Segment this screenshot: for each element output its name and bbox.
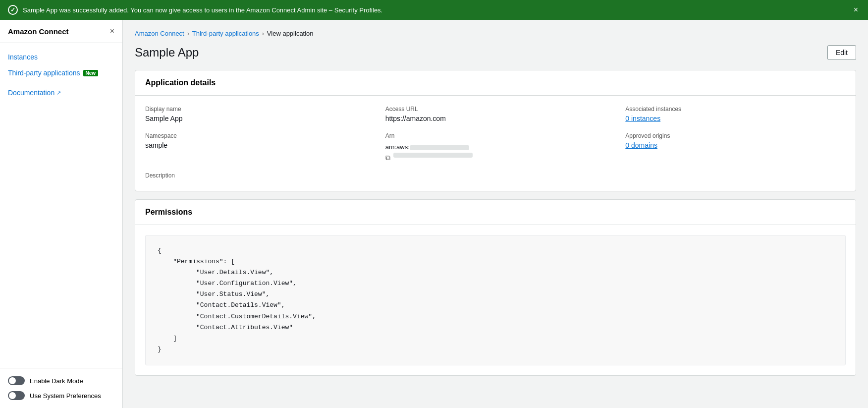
application-details-header: Application details	[135, 70, 856, 96]
new-badge: New	[83, 70, 99, 76]
dark-mode-toggle[interactable]	[8, 376, 25, 385]
display-name-label: Display name	[145, 106, 366, 113]
dark-mode-label: Enable Dark Mode	[30, 377, 83, 385]
namespace-label: Namespace	[145, 132, 366, 139]
sidebar-item-instances[interactable]: Instances	[0, 49, 122, 65]
system-preferences-toggle-row: Use System Preferences	[8, 391, 114, 400]
namespace-field: Namespace sample	[145, 132, 366, 162]
breadcrumb-view-application: View application	[267, 30, 314, 37]
description-field: Description	[145, 172, 366, 181]
breadcrumb-amazon-connect[interactable]: Amazon Connect	[135, 30, 184, 37]
breadcrumb-sep-2: ›	[262, 30, 264, 37]
banner-close-button[interactable]: ×	[852, 5, 860, 14]
success-banner: ✓ Sample App was successfully added. You…	[0, 0, 868, 20]
details-grid: Display name Sample App Access URL https…	[145, 106, 846, 181]
permissions-card: Permissions { "Permissions": [ "User.Det…	[135, 199, 856, 376]
arn-label: Arn	[385, 132, 606, 139]
system-preferences-label: Use System Preferences	[30, 392, 101, 400]
associated-instances-value[interactable]: 0 instances	[625, 115, 846, 122]
documentation-label: Documentation	[8, 89, 54, 97]
sidebar-item-third-party-applications[interactable]: Third-party applications New	[0, 65, 122, 81]
display-name-field: Display name Sample App	[145, 106, 366, 122]
sidebar-title: Amazon Connect	[8, 27, 69, 36]
system-preferences-toggle[interactable]	[8, 391, 25, 400]
description-label: Description	[145, 172, 366, 179]
arn-copy-row: ⧉	[385, 153, 606, 162]
approved-origins-field: Approved origins 0 domains	[625, 132, 846, 162]
permissions-code: { "Permissions": [ "User.Details.View", …	[145, 235, 846, 365]
application-details-body: Display name Sample App Access URL https…	[135, 96, 856, 191]
namespace-value: sample	[145, 141, 366, 149]
application-details-card: Application details Display name Sample …	[135, 70, 856, 191]
access-url-field: Access URL https://amazon.com	[385, 106, 606, 122]
arn-prefix: arn:aws:	[385, 143, 606, 151]
banner-message: Sample App was successfully added. You c…	[23, 6, 847, 14]
access-url-label: Access URL	[385, 106, 606, 113]
arn-section: arn:aws: ⧉	[385, 143, 606, 162]
edit-button[interactable]: Edit	[827, 45, 856, 60]
sidebar-close-button[interactable]: ×	[110, 27, 114, 36]
success-icon: ✓	[8, 5, 18, 15]
permissions-body: { "Permissions": [ "User.Details.View", …	[135, 225, 856, 375]
sidebar-nav: Instances Third-party applications New D…	[0, 43, 122, 368]
sidebar-item-instances-label: Instances	[8, 53, 38, 61]
display-name-value: Sample App	[145, 115, 366, 122]
dark-mode-toggle-row: Enable Dark Mode	[8, 376, 114, 385]
permissions-header: Permissions	[135, 200, 856, 225]
approved-origins-value[interactable]: 0 domains	[625, 141, 846, 149]
documentation-link[interactable]: Documentation ↗	[8, 89, 114, 97]
arn-field: Arn arn:aws: ⧉	[385, 132, 606, 162]
breadcrumb-third-party-applications[interactable]: Third-party applications	[192, 30, 259, 37]
copy-icon[interactable]: ⧉	[385, 154, 390, 162]
sidebar-header: Amazon Connect ×	[0, 20, 122, 43]
sidebar-item-third-party-applications-label: Third-party applications	[8, 69, 80, 77]
breadcrumb-sep-1: ›	[187, 30, 189, 37]
associated-instances-label: Associated instances	[625, 106, 846, 113]
sidebar: Amazon Connect × Instances Third-party a…	[0, 20, 123, 408]
main-content: Amazon Connect › Third-party application…	[123, 20, 868, 408]
arn-blurred-value	[393, 153, 473, 158]
page-title: Sample App	[135, 46, 199, 59]
associated-instances-field: Associated instances 0 instances	[625, 106, 846, 122]
page-header: Sample App Edit	[135, 45, 856, 60]
main-layout: Amazon Connect × Instances Third-party a…	[0, 20, 868, 408]
approved-origins-label: Approved origins	[625, 132, 846, 139]
access-url-value: https://amazon.com	[385, 115, 606, 122]
sidebar-footer: Enable Dark Mode Use System Preferences	[0, 368, 122, 408]
external-link-icon: ↗	[56, 90, 61, 96]
breadcrumb: Amazon Connect › Third-party application…	[135, 30, 856, 37]
